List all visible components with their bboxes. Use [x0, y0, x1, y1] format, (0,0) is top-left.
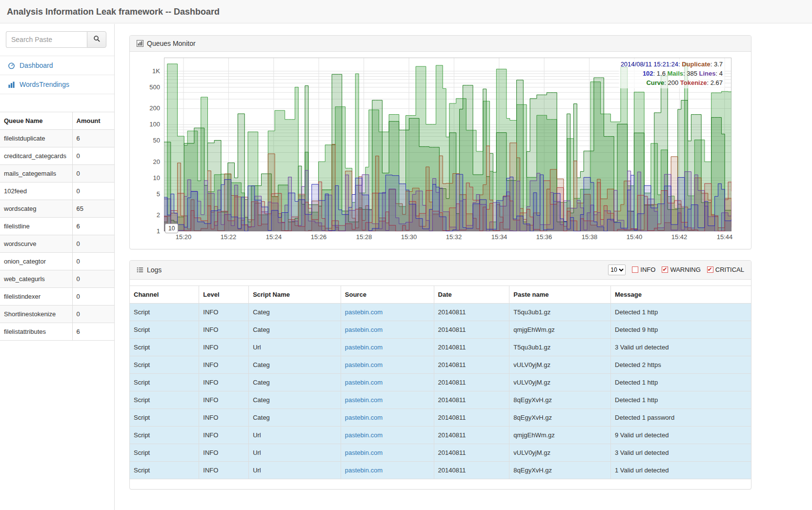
logs-col-header: Paste name — [509, 286, 611, 304]
log-row: ScriptINFOCategpastebin.com20140811T5qu3… — [130, 304, 751, 321]
logs-col-header: Script Name — [249, 286, 341, 304]
queue-amount-cell: 6 — [72, 218, 114, 235]
source-link[interactable]: pastebin.com — [345, 308, 383, 316]
log-cell: 3 Valid url detected — [611, 444, 751, 462]
log-cell: Detected 1 http — [611, 374, 751, 391]
search-group — [0, 24, 114, 56]
queue-table: Queue Name Amount filelistduplicate6cred… — [0, 112, 114, 341]
sidebar-nav: Dashboard WordsTrendings — [0, 56, 114, 94]
logs-table: ChannelLevelScript NameSourceDatePaste n… — [130, 286, 751, 479]
main-content: Queues Monitor 1251020501002005001K 15:2… — [129, 23, 751, 490]
queue-name-cell: onion_categtor — [0, 253, 72, 270]
log-cell: Categ — [249, 374, 341, 391]
queue-row: wordscurve0 — [0, 235, 114, 253]
source-link[interactable]: pastebin.com — [345, 396, 383, 404]
log-row: ScriptINFOCategpastebin.com20140811qmjgE… — [130, 321, 751, 339]
top-navbar: Analysis Information Leak framework -- D… — [0, 0, 812, 23]
x-axis-tick-label: 15:30 — [401, 233, 417, 241]
log-cell: Script — [130, 304, 199, 321]
filter-label: WARNING — [670, 266, 700, 273]
page-size-select[interactable]: 10 — [608, 265, 626, 275]
chart-icon — [137, 40, 143, 47]
y-axis-tick-label: 5 — [132, 190, 160, 198]
log-cell: Script — [130, 374, 199, 391]
log-cell: 20140811 — [434, 304, 509, 321]
logs-col-header: Channel — [130, 286, 199, 304]
queue-row: filelistline6 — [0, 218, 114, 235]
log-cell: Script — [130, 321, 199, 339]
checkbox-icon — [632, 266, 638, 273]
search-button[interactable] — [87, 31, 106, 48]
source-link[interactable]: pastebin.com — [345, 467, 383, 474]
queue-amount-cell: 0 — [72, 165, 114, 183]
log-cell: Detected 2 https — [611, 356, 751, 374]
log-cell: 20140811 — [434, 356, 509, 374]
queue-row: wordscateg65 — [0, 200, 114, 218]
log-row: ScriptINFOUrlpastebin.com20140811qmjgEhW… — [130, 427, 751, 444]
queue-amount-cell: 6 — [72, 130, 114, 147]
log-cell: pastebin.com — [341, 321, 434, 339]
log-cell: vULV0yjM.gz — [509, 444, 611, 462]
chart-x-axis: 15:2015:2215:2415:2615:2815:3015:3215:34… — [164, 233, 731, 243]
filter-warning-checkbox[interactable]: WARNING — [662, 266, 700, 273]
source-link[interactable]: pastebin.com — [345, 379, 383, 386]
logs-controls: 10 INFOWARNINGCRITICAL — [608, 265, 744, 275]
source-link[interactable]: pastebin.com — [345, 326, 383, 333]
log-cell: 20140811 — [434, 462, 509, 479]
queues-chart[interactable]: 1251020501002005001K 15:2015:2215:2415:2… — [164, 58, 731, 245]
queues-monitor-body: 1251020501002005001K 15:2015:2215:2415:2… — [130, 52, 751, 249]
log-cell: qmjgEhWm.gz — [509, 427, 611, 444]
filter-critical-checkbox[interactable]: CRITICAL — [707, 266, 744, 273]
queue-name-header: Queue Name — [0, 112, 72, 130]
queue-amount-cell: 0 — [72, 288, 114, 306]
sidebar-item-dashboard[interactable]: Dashboard — [0, 56, 114, 75]
page-title: Analysis Information Leak framework -- D… — [0, 0, 812, 23]
queue-amount-header: Amount — [72, 112, 114, 130]
logs-body: ChannelLevelScript NameSourceDatePaste n… — [130, 280, 751, 479]
queue-amount-cell: 0 — [72, 183, 114, 200]
sidebar-item-wordstrendings[interactable]: WordsTrendings — [0, 75, 114, 94]
x-axis-tick-label: 15:34 — [491, 233, 508, 241]
x-axis-tick-label: 15:38 — [582, 233, 598, 241]
log-cell: Detected 1 http — [611, 304, 751, 321]
queue-name-cell: 102feed — [0, 183, 72, 200]
checkbox-icon — [662, 266, 668, 273]
log-cell: pastebin.com — [341, 304, 434, 321]
queue-row: mails_categemails0 — [0, 165, 114, 183]
logs-col-header: Date — [434, 286, 509, 304]
source-link[interactable]: pastebin.com — [345, 344, 383, 351]
logs-table-header-row: ChannelLevelScript NameSourceDatePaste n… — [130, 286, 751, 304]
log-cell: 3 Valid url detected — [611, 339, 751, 356]
log-cell: pastebin.com — [341, 374, 434, 391]
log-cell: 20140811 — [434, 409, 509, 427]
x-axis-tick-label: 15:42 — [671, 233, 688, 241]
queues-monitor-header: Queues Monitor — [130, 36, 751, 52]
log-cell: Script — [130, 409, 199, 427]
checkbox-icon — [707, 266, 713, 273]
queues-monitor-panel: Queues Monitor 1251020501002005001K 15:2… — [129, 35, 751, 249]
chart-legend: 2014/08/11 15:21:24: Duplicate: 3.7102: … — [619, 59, 725, 88]
source-link[interactable]: pastebin.com — [345, 414, 383, 421]
log-cell: Script — [130, 391, 199, 409]
log-cell: pastebin.com — [341, 339, 434, 356]
search-input[interactable] — [6, 31, 87, 48]
list-icon — [137, 266, 143, 273]
log-cell: 8qEgyXvH.gz — [509, 462, 611, 479]
queue-row: onion_categtor0 — [0, 253, 114, 270]
x-axis-tick-label: 15:22 — [221, 233, 237, 241]
filter-info-checkbox[interactable]: INFO — [632, 266, 655, 273]
queue-name-cell: Shortlinestokenize — [0, 306, 72, 323]
log-row: ScriptINFOUrlpastebin.com201408118qEgyXv… — [130, 462, 751, 479]
source-link[interactable]: pastebin.com — [345, 361, 383, 368]
queue-row: filelistattributes6 — [0, 323, 114, 341]
source-link[interactable]: pastebin.com — [345, 449, 383, 456]
log-cell: INFO — [199, 409, 249, 427]
log-cell: pastebin.com — [341, 356, 434, 374]
log-cell: Script — [130, 444, 199, 462]
log-cell: pastebin.com — [341, 409, 434, 427]
source-link[interactable]: pastebin.com — [345, 431, 383, 439]
log-cell: Url — [249, 444, 341, 462]
log-cell: vULV0yjM.gz — [509, 374, 611, 391]
log-cell: 20140811 — [434, 339, 509, 356]
logs-header: Logs 10 INFOWARNINGCRITICAL — [130, 261, 751, 280]
